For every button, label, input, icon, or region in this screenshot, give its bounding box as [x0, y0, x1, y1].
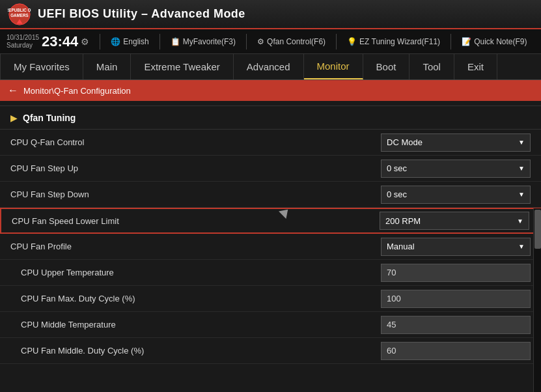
dropdown-value-cpu-qfan-control: DC Mode: [387, 137, 423, 147]
dropdown-arrow-icon-2: ▼: [518, 165, 525, 172]
nav-tabs: My Favorites Main Extreme Tweaker Advanc…: [0, 54, 541, 80]
toolbar: 10/31/2015 Saturday 23:44 ⚙ 🌐 English 📋 …: [0, 29, 541, 54]
dropdown-value-cpu-fan-step-up: 0 sec: [387, 163, 407, 173]
dropdown-value-cpu-fan-speed-lower-limit: 200 RPM: [385, 216, 421, 226]
content-area: ▶ Qfan Tuning CPU Q-Fan Control DC Mode …: [0, 101, 541, 364]
toolbar-day: Saturday: [7, 42, 39, 49]
section-expand-arrow: ▶: [10, 113, 18, 123]
setting-label-cpu-fan-max-duty: CPU Fan Max. Duty Cycle (%): [21, 294, 381, 303]
toolbar-date: 10/31/2015: [7, 34, 39, 42]
toolbar-myfavorite[interactable]: 📋 MyFavorite(F3): [171, 37, 236, 46]
setting-value-cpu-middle-temp: 45: [381, 316, 531, 334]
setting-cpu-fan-middle-duty: CPU Fan Middle. Duty Cycle (%) 60: [0, 338, 541, 364]
dropdown-arrow-icon-4: ▼: [517, 217, 523, 225]
setting-label-cpu-upper-temp: CPU Upper Temperature: [21, 268, 381, 277]
svg-text:GAMERS: GAMERS: [10, 12, 29, 17]
setting-label-cpu-fan-speed-lower-limit: CPU Fan Speed Lower Limit: [12, 216, 380, 226]
toolbar-divider-3: [246, 34, 247, 49]
setting-value-cpu-fan-profile[interactable]: Manual ▼: [381, 238, 531, 256]
gear-icon[interactable]: ⚙: [81, 36, 89, 47]
input-cpu-upper-temp[interactable]: 70: [381, 264, 531, 282]
setting-cpu-fan-max-duty: CPU Fan Max. Duty Cycle (%) 100: [0, 286, 541, 312]
dropdown-arrow-icon-5: ▼: [518, 243, 525, 250]
setting-label-cpu-fan-profile: CPU Fan Profile: [10, 242, 381, 251]
setting-cpu-middle-temp: CPU Middle Temperature 45: [0, 312, 541, 338]
settings-content: ▶ Qfan Tuning CPU Q-Fan Control DC Mode …: [0, 101, 541, 364]
setting-value-cpu-upper-temp: 70: [381, 264, 531, 282]
rog-logo-group: REPUBLIC OF GAMERS: [8, 3, 31, 26]
setting-label-cpu-fan-step-down: CPU Fan Step Down: [10, 189, 381, 199]
toolbar-qfan[interactable]: ⚙ Qfan Control(F6): [257, 37, 326, 46]
input-cpu-middle-temp[interactable]: 45: [381, 316, 531, 334]
setting-value-cpu-fan-step-down[interactable]: 0 sec ▼: [381, 186, 531, 204]
toolbar-language[interactable]: 🌐 English: [111, 37, 148, 46]
toolbar-divider-2: [160, 34, 160, 49]
clock-widget: 10/31/2015 Saturday 23:44 ⚙: [7, 33, 89, 50]
toolbar-divider-4: [336, 34, 337, 49]
input-cpu-fan-middle-duty[interactable]: 60: [381, 342, 531, 360]
tab-tool[interactable]: Tool: [409, 54, 454, 79]
toolbar-divider-1: [100, 34, 100, 49]
dropdown-cpu-fan-step-up[interactable]: 0 sec ▼: [381, 160, 531, 178]
header-title: UEFI BIOS Utility – Advanced Mode: [38, 7, 245, 21]
input-value-cpu-fan-middle-duty: 60: [387, 346, 396, 356]
setting-label-cpu-fan-step-up: CPU Fan Step Up: [10, 163, 381, 173]
input-value-cpu-fan-max-duty: 100: [387, 294, 401, 303]
tab-exit[interactable]: Exit: [454, 54, 497, 79]
setting-value-cpu-fan-max-duty: 100: [381, 290, 531, 308]
input-value-cpu-upper-temp: 70: [387, 268, 396, 277]
scroll-thumb[interactable]: [534, 210, 541, 249]
tab-advanced[interactable]: Advanced: [234, 54, 304, 79]
scrollbar[interactable]: [533, 208, 541, 392]
toolbar-eztuning-label: EZ Tuning Wizard(F11): [359, 37, 440, 46]
top-spacer: [0, 101, 541, 106]
toolbar-myfavorite-label: MyFavorite(F3): [183, 37, 236, 46]
rog-logo-icon: REPUBLIC OF GAMERS: [8, 3, 31, 26]
setting-cpu-qfan-control: CPU Q-Fan Control DC Mode ▼: [0, 130, 541, 156]
toolbar-quicknote[interactable]: 📝 Quick Note(F9): [462, 37, 527, 46]
globe-icon: 🌐: [111, 37, 120, 46]
quicknote-icon: 📝: [462, 37, 471, 46]
input-value-cpu-middle-temp: 45: [387, 320, 396, 329]
setting-value-cpu-qfan-control[interactable]: DC Mode ▼: [381, 133, 531, 152]
toolbar-language-label: English: [123, 37, 148, 46]
dropdown-cpu-fan-speed-lower-limit[interactable]: 200 RPM ▼: [380, 212, 529, 230]
setting-cpu-fan-step-up: CPU Fan Step Up 0 sec ▼: [0, 156, 541, 182]
setting-label-cpu-fan-middle-duty: CPU Fan Middle. Duty Cycle (%): [21, 346, 381, 356]
setting-cpu-fan-step-down: CPU Fan Step Down 0 sec ▼: [0, 182, 541, 208]
setting-cpu-upper-temp: CPU Upper Temperature 70: [0, 260, 541, 286]
setting-value-cpu-fan-step-up[interactable]: 0 sec ▼: [381, 160, 531, 178]
breadcrumb-back-arrow[interactable]: ←: [8, 85, 18, 96]
toolbar-time: 23:44: [42, 33, 78, 50]
dropdown-cpu-fan-profile[interactable]: Manual ▼: [381, 238, 531, 256]
tab-extreme-tweaker[interactable]: Extreme Tweaker: [131, 54, 233, 79]
dropdown-cpu-qfan-control[interactable]: DC Mode ▼: [381, 133, 531, 152]
header-bar: REPUBLIC OF GAMERS UEFI BIOS Utility – A…: [0, 0, 541, 29]
toolbar-eztuning[interactable]: 💡 EZ Tuning Wizard(F11): [347, 37, 440, 46]
setting-cpu-fan-speed-lower-limit: CPU Fan Speed Lower Limit 200 RPM ▼: [0, 208, 541, 234]
toolbar-divider-5: [451, 34, 451, 49]
setting-cpu-fan-profile: CPU Fan Profile Manual ▼: [0, 234, 541, 260]
setting-label-cpu-middle-temp: CPU Middle Temperature: [21, 320, 381, 329]
eztuning-icon: 💡: [347, 37, 357, 46]
qfan-icon: ⚙: [257, 37, 264, 46]
dropdown-arrow-icon: ▼: [518, 139, 525, 146]
toolbar-quicknote-label: Quick Note(F9): [474, 37, 527, 46]
input-cpu-fan-max-duty[interactable]: 100: [381, 290, 531, 308]
tab-my-favorites[interactable]: My Favorites: [0, 54, 83, 79]
setting-value-cpu-fan-middle-duty: 60: [381, 342, 531, 360]
setting-value-cpu-fan-speed-lower-limit[interactable]: 200 RPM ▼: [380, 212, 529, 230]
svg-text:REPUBLIC OF: REPUBLIC OF: [8, 8, 31, 12]
breadcrumb-path: Monitor\Q-Fan Configuration: [23, 86, 131, 96]
section-qfan-tuning[interactable]: ▶ Qfan Tuning: [0, 106, 541, 130]
tab-main[interactable]: Main: [83, 54, 132, 79]
setting-label-cpu-qfan-control: CPU Q-Fan Control: [10, 137, 381, 147]
dropdown-value-cpu-fan-step-down: 0 sec: [387, 189, 407, 199]
myfavorite-icon: 📋: [171, 37, 180, 46]
tab-boot[interactable]: Boot: [363, 54, 410, 79]
dropdown-arrow-icon-3: ▼: [518, 191, 525, 198]
dropdown-cpu-fan-step-down[interactable]: 0 sec ▼: [381, 186, 531, 204]
section-title: Qfan Tuning: [23, 113, 76, 123]
tab-monitor[interactable]: Monitor: [304, 54, 363, 79]
breadcrumb[interactable]: ← Monitor\Q-Fan Configuration: [0, 80, 541, 101]
